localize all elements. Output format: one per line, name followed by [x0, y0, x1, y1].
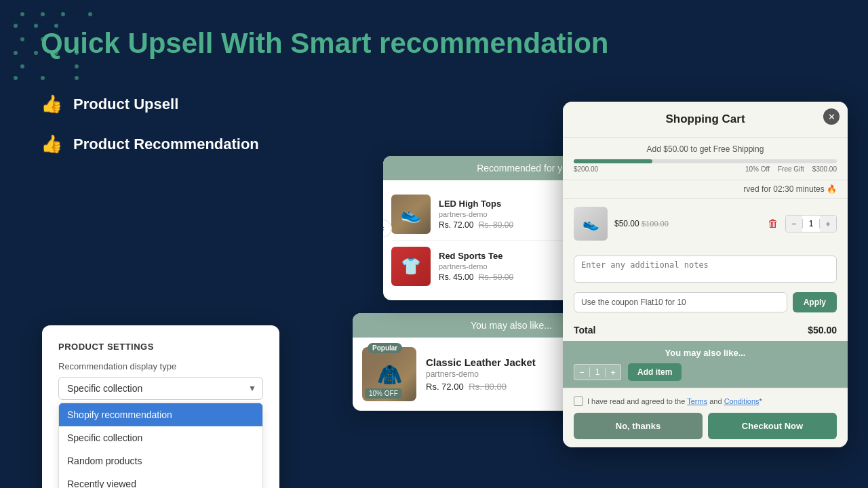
cart-item-1: 👟 $50.00 $100.00 🗑 − 1 +: [574, 207, 837, 241]
popular-badge: Popular: [368, 343, 402, 353]
cart-qty-value: 1: [802, 219, 820, 228]
title-green: Smart recommendation: [290, 27, 608, 59]
cart-also-like-qty-value: 1: [589, 367, 606, 377]
also-like-product-info: Classic Leather Jacket partners-demo Rs.…: [426, 357, 586, 392]
shipping-labels: $200.00 10% Off Free Gift $300.00: [574, 165, 837, 173]
cart-close-button[interactable]: ✕: [823, 108, 840, 125]
shipping-label-200: $200.00: [574, 165, 598, 173]
dropdown-options-list: Shopify recommendation Specific collecti…: [58, 403, 263, 488]
cart-timer: rved for 02:30 minutes 🔥: [563, 180, 848, 199]
also-like-product-price: Rs. 72.00 Rs. 80.00: [426, 382, 586, 392]
shipping-label-300: $300.00: [812, 165, 837, 173]
shirt-icon: 👕: [401, 257, 421, 276]
terms-text: I have read and agreed to the Terms and …: [587, 397, 762, 405]
cart-also-like-item: − 1 + Add item: [574, 363, 837, 381]
cart-item-delete-icon[interactable]: 🗑: [768, 218, 778, 230]
select-wrapper[interactable]: Specific collection Shopify recommendati…: [58, 377, 263, 400]
cart-coupon-section: Apply: [563, 292, 848, 319]
product-settings-panel: PRODUCT SETTINGS Recommendation display …: [42, 325, 279, 488]
shipping-labels-right: 10% Off Free Gift $300.00: [745, 165, 837, 173]
product-settings-title: PRODUCT SETTINGS: [58, 342, 263, 352]
terms-text-1: I have read and agreed to the: [587, 397, 687, 405]
feature-label-recommendation: Product Recommendation: [73, 136, 259, 153]
timer-text: rved for 02:30 minutes 🔥: [743, 184, 837, 194]
thumbs-up-icon-1: 👍: [41, 94, 62, 115]
dropdown-option-shopify[interactable]: Shopify recommendation: [59, 403, 262, 426]
also-like-product-image: Popular 🧥 10% OFF: [362, 347, 416, 401]
cart-shipping-section: Add $50.00 to get Free Shipping $200.00 …: [563, 138, 848, 180]
shipping-label-10off: 10% Off: [745, 165, 770, 173]
thumbs-up-icon-2: 👍: [41, 134, 62, 155]
apply-coupon-button[interactable]: Apply: [793, 292, 837, 312]
dropdown-option-random[interactable]: Random products: [59, 449, 262, 472]
title-white: Quick Upsell With: [41, 27, 290, 59]
cart-total-section: Total $50.00: [563, 319, 848, 341]
terms-link[interactable]: Terms: [687, 397, 707, 405]
shoe-icon: 👟: [401, 205, 421, 224]
cart-item-price: $50.00 $100.00: [614, 219, 761, 228]
cart-also-like-title: You may also like...: [574, 348, 837, 358]
cart-qty-increase[interactable]: +: [820, 216, 836, 232]
cart-notes-textarea[interactable]: [574, 256, 837, 283]
feature-label-upsell: Product Upsell: [73, 96, 178, 113]
product-image-led: 👟: [391, 195, 431, 234]
cart-item-image: 👟: [574, 207, 608, 241]
page-title: Quick Upsell With Smart recommendation: [41, 27, 827, 60]
shipping-text: Add $50.00 to get Free Shipping: [574, 144, 837, 154]
terms-checkbox[interactable]: [574, 396, 583, 406]
cart-also-like-section: You may also like... − 1 + Add item: [563, 341, 848, 388]
conditions-link[interactable]: Conditions: [724, 397, 760, 405]
cart-also-add-button[interactable]: Add item: [628, 363, 682, 381]
dropdown-option-recently-viewed[interactable]: Recently viewed: [59, 472, 262, 488]
cart-also-like-qty-control[interactable]: − 1 +: [574, 364, 621, 380]
also-like-product-name: Classic Leather Jacket: [426, 357, 586, 368]
cart-footer: I have read and agreed to the Terms and …: [563, 388, 848, 447]
also-like-product-vendor: partners-demo: [426, 369, 586, 379]
no-thanks-button[interactable]: No, thanks: [574, 413, 703, 439]
recommendation-type-label: Recommendation display type: [58, 361, 263, 371]
cart-action-buttons: No, thanks Checkout Now: [574, 413, 837, 439]
coupon-input[interactable]: [574, 292, 787, 312]
header: Quick Upsell With Smart recommendation: [0, 0, 868, 80]
terms-asterisk: *: [760, 397, 762, 405]
cart-total-label: Total: [574, 325, 595, 336]
shopping-cart-panel: ✕ Shopping Cart Add $50.00 to get Free S…: [563, 102, 848, 447]
recommendation-type-select[interactable]: Specific collection Shopify recommendati…: [58, 377, 263, 400]
dropdown-option-specific-collection[interactable]: Specific collection: [59, 426, 262, 449]
shipping-bar-track: [574, 159, 837, 163]
cart-qty-decrease[interactable]: −: [786, 216, 802, 232]
checkout-button[interactable]: Checkout Now: [708, 413, 837, 439]
cart-title: Shopping Cart: [563, 102, 848, 138]
cart-items-section: 👟 $50.00 $100.00 🗑 − 1 +: [563, 199, 848, 256]
product-image-tee: 👕: [391, 247, 431, 286]
cart-qty-control[interactable]: − 1 +: [785, 215, 837, 232]
cart-also-like-qty-decrease[interactable]: −: [574, 365, 589, 380]
cart-also-like-qty-increase[interactable]: +: [606, 365, 620, 380]
shipping-bar-fill: [574, 159, 652, 163]
cart-total-value: $50.00: [808, 325, 837, 336]
shipping-label-gift: Free Gift: [778, 165, 804, 173]
cart-item-info: $50.00 $100.00: [614, 219, 761, 228]
terms-row: I have read and agreed to the Terms and …: [574, 396, 837, 406]
shipping-progress-bar: $200.00 10% Off Free Gift $300.00: [574, 159, 837, 173]
discount-badge: 10% OFF: [365, 388, 402, 399]
terms-text-2: and: [707, 397, 724, 405]
cart-notes-section: [563, 256, 848, 292]
